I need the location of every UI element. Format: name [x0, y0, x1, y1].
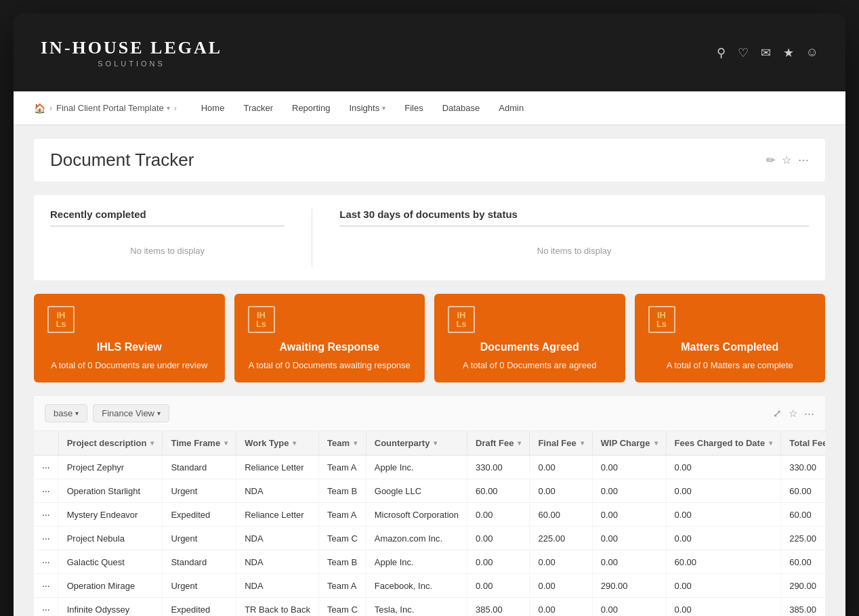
cell-worktype: Reliance Letter: [236, 456, 319, 479]
cell-totalfees: 60.00: [781, 550, 825, 574]
cell-counterparty: Google LLC: [366, 479, 467, 503]
row-options-btn[interactable]: ···: [34, 598, 58, 617]
logo: IN-HOUSE LEGAL SOLUTIONS: [41, 38, 222, 68]
cell-counterparty: Amazon.com Inc.: [366, 527, 467, 550]
recently-completed-title: Recently completed: [50, 208, 285, 227]
favorite-star-icon[interactable]: ☆: [782, 154, 791, 167]
cell-totalfees: 225.00: [781, 527, 825, 550]
cell-finalfee: 0.00: [530, 598, 592, 617]
finance-toolbar: base ▾ Finance View ▾ ⤢ ☆ ⋯: [34, 396, 825, 431]
page-title: Document Tracker: [50, 150, 194, 171]
sort-project-icon: ▾: [150, 439, 154, 447]
breadcrumb: 🏠 › Final Client Portal Template ▾ ›: [34, 103, 177, 114]
cell-timeframe: Expedited: [163, 503, 236, 527]
table-row: ··· Galactic Quest Standard NDA Team B A…: [34, 550, 825, 574]
breadcrumb-sep-1: ›: [49, 104, 52, 113]
th-project[interactable]: Project description ▾: [58, 431, 163, 456]
table-row: ··· Mystery Endeavor Expedited Reliance …: [34, 503, 825, 527]
cell-draftfee: 0.00: [467, 527, 530, 550]
nav-database[interactable]: Database: [441, 100, 482, 116]
finance-view-button[interactable]: Finance View ▾: [93, 404, 169, 422]
user-icon[interactable]: ☺: [806, 45, 818, 60]
more-options-icon[interactable]: ⋯: [798, 154, 809, 167]
top-icons-bar: ⚲ ♡ ✉ ★ ☺: [717, 45, 818, 60]
stat-card-1[interactable]: IH Ls Awaiting Response A total of 0 Doc…: [234, 294, 425, 382]
nav-tracker[interactable]: Tracker: [242, 100, 274, 116]
cell-feescharged: 0.00: [666, 456, 781, 479]
stat-card-3[interactable]: IH Ls Matters Completed A total of 0 Mat…: [635, 294, 826, 382]
base-dropdown-icon: ▾: [75, 410, 79, 417]
star-icon[interactable]: ★: [783, 45, 794, 60]
base-view-button[interactable]: base ▾: [45, 404, 87, 422]
cell-project: Project Nebula: [58, 527, 163, 550]
th-timeframe[interactable]: Time Frame ▾: [163, 431, 236, 456]
th-wipcharge[interactable]: WIP Charge ▾: [592, 431, 666, 456]
cell-timeframe: Standard: [163, 456, 236, 479]
device-frame: IN-HOUSE LEGAL SOLUTIONS ⚲ ♡ ✉ ★ ☺ 🏠 › F…: [14, 14, 845, 616]
cell-feescharged: 60.00: [666, 550, 781, 574]
sort-finalfee-icon: ▾: [581, 439, 584, 447]
stat-card-logo-2: IH Ls: [448, 306, 475, 333]
stat-card-2[interactable]: IH Ls Documents Agreed A total of 0 Docu…: [434, 294, 625, 382]
nav-files[interactable]: Files: [403, 100, 424, 116]
cell-finalfee: 0.00: [530, 479, 592, 503]
cell-wipcharge: 0.00: [592, 479, 666, 503]
table-scroll-container: Project description ▾ Time Frame ▾: [34, 431, 825, 616]
mail-icon[interactable]: ✉: [761, 45, 771, 60]
nav-reporting[interactable]: Reporting: [291, 100, 331, 116]
row-options-btn[interactable]: ···: [34, 503, 58, 527]
cell-totalfees: 290.00: [781, 574, 825, 598]
cell-feescharged: 0.00: [666, 527, 781, 550]
row-options-btn[interactable]: ···: [34, 456, 58, 479]
expand-icon[interactable]: ⤢: [773, 408, 782, 420]
cell-finalfee: 0.00: [530, 456, 592, 479]
cell-timeframe: Standard: [163, 550, 236, 574]
cell-team: Team A: [318, 574, 366, 598]
cell-wipcharge: 0.00: [592, 550, 666, 574]
cell-wipcharge: 0.00: [592, 527, 666, 550]
cell-worktype: Reliance Letter: [236, 503, 319, 527]
finance-dropdown-icon: ▾: [157, 410, 161, 417]
th-team[interactable]: Team ▾: [318, 431, 366, 456]
nav-insights[interactable]: Insights ▾: [348, 100, 387, 116]
th-counterparty[interactable]: Counterparty ▾: [366, 431, 467, 456]
cell-totalfees: 330.00: [781, 456, 825, 479]
finance-star-icon[interactable]: ☆: [789, 408, 797, 420]
cell-finalfee: 0.00: [530, 550, 592, 574]
nav-admin[interactable]: Admin: [497, 100, 525, 116]
th-feescharged[interactable]: Fees Charged to Date ▾: [666, 431, 781, 456]
cell-finalfee: 225.00: [530, 527, 592, 550]
finance-more-icon[interactable]: ⋯: [804, 408, 814, 420]
th-draftfee[interactable]: Draft Fee ▾: [467, 431, 530, 456]
stat-card-title-0: IHLS Review: [47, 341, 211, 353]
th-worktype[interactable]: Work Type ▾: [236, 431, 319, 456]
breadcrumb-portal[interactable]: Final Client Portal Template ▾: [56, 103, 170, 113]
last30-section: Last 30 days of documents by status No i…: [339, 208, 809, 267]
cell-wipcharge: 0.00: [592, 503, 666, 527]
sort-feescharged-icon: ▾: [769, 439, 772, 447]
finance-toolbar-left: base ▾ Finance View ▾: [45, 404, 169, 422]
stat-card-0[interactable]: IH Ls IHLS Review A total of 0 Documents…: [34, 294, 225, 382]
row-options-btn[interactable]: ···: [34, 527, 58, 550]
table-row: ··· Infinite Odyssey Expedited TR Back t…: [34, 598, 825, 617]
cell-draftfee: 385.00: [467, 598, 530, 617]
sort-wipcharge-icon: ▾: [654, 439, 658, 447]
cell-timeframe: Urgent: [163, 574, 236, 598]
bell-icon[interactable]: ♡: [738, 45, 749, 60]
th-totalfees[interactable]: Total Fees ▾: [781, 431, 825, 456]
home-icon[interactable]: 🏠: [34, 103, 45, 114]
summary-section: Recently completed No items to display L…: [34, 195, 825, 280]
row-options-btn[interactable]: ···: [34, 479, 58, 503]
finance-section: base ▾ Finance View ▾ ⤢ ☆ ⋯: [34, 396, 825, 616]
search-icon[interactable]: ⚲: [717, 45, 726, 60]
edit-icon[interactable]: ✏: [766, 154, 775, 167]
nav-home[interactable]: Home: [200, 100, 226, 116]
cell-feescharged: 0.00: [666, 574, 781, 598]
row-options-btn[interactable]: ···: [34, 550, 58, 574]
content-area: Document Tracker ✏ ☆ ⋯ Recently complete…: [14, 125, 845, 616]
th-finalfee[interactable]: Final Fee ▾: [530, 431, 592, 456]
cell-team: Team B: [318, 479, 366, 503]
row-options-btn[interactable]: ···: [34, 574, 58, 598]
sort-draftfee-icon: ▾: [518, 439, 521, 447]
cell-counterparty: Apple Inc.: [366, 456, 467, 479]
